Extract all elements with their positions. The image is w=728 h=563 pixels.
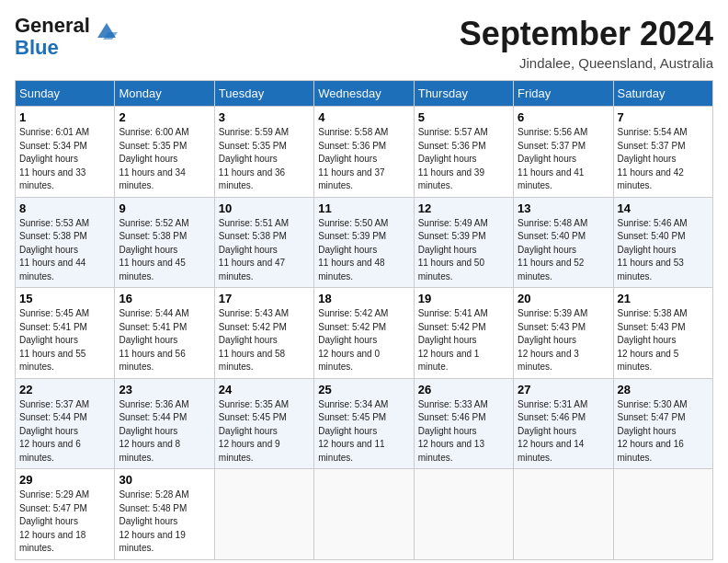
calendar-week-2: 8Sunrise: 5:53 AMSunset: 5:38 PMDaylight… <box>16 197 713 288</box>
day-number: 24 <box>219 383 310 396</box>
calendar-cell <box>314 469 414 560</box>
day-number: 25 <box>318 383 409 396</box>
calendar-cell: 25Sunrise: 5:34 AMSunset: 5:45 PMDayligh… <box>314 378 414 469</box>
calendar-cell: 4Sunrise: 5:58 AMSunset: 5:36 PMDaylight… <box>314 107 414 198</box>
day-number: 1 <box>19 110 110 124</box>
day-number: 12 <box>418 201 509 215</box>
calendar-cell: 6Sunrise: 5:56 AMSunset: 5:37 PMDaylight… <box>514 107 613 198</box>
day-number: 10 <box>219 201 310 215</box>
calendar-cell: 3Sunrise: 5:59 AMSunset: 5:35 PMDaylight… <box>214 107 313 198</box>
calendar-cell: 10Sunrise: 5:51 AMSunset: 5:38 PMDayligh… <box>214 197 313 288</box>
day-number: 28 <box>618 383 709 396</box>
day-number: 11 <box>318 201 409 215</box>
day-number: 2 <box>119 110 210 124</box>
calendar-cell <box>214 469 313 560</box>
day-info: Sunrise: 5:53 AMSunset: 5:38 PMDaylight … <box>19 217 110 284</box>
weekday-header-friday: Friday <box>514 81 613 107</box>
weekday-header-tuesday: Tuesday <box>214 81 313 107</box>
day-info: Sunrise: 5:42 AMSunset: 5:42 PMDaylight … <box>318 307 409 374</box>
day-number: 3 <box>219 110 310 124</box>
calendar-week-1: 1Sunrise: 6:01 AMSunset: 5:34 PMDaylight… <box>16 107 713 198</box>
calendar-cell: 9Sunrise: 5:52 AMSunset: 5:38 PMDaylight… <box>115 197 214 288</box>
day-info: Sunrise: 5:33 AMSunset: 5:46 PMDaylight … <box>418 398 509 465</box>
weekday-header-monday: Monday <box>115 81 214 107</box>
calendar-cell <box>613 469 712 560</box>
calendar-cell: 13Sunrise: 5:48 AMSunset: 5:40 PMDayligh… <box>514 197 613 288</box>
day-info: Sunrise: 5:57 AMSunset: 5:36 PMDaylight … <box>418 126 509 193</box>
calendar-cell: 7Sunrise: 5:54 AMSunset: 5:37 PMDaylight… <box>613 107 712 198</box>
day-info: Sunrise: 5:50 AMSunset: 5:39 PMDaylight … <box>318 217 409 284</box>
day-number: 7 <box>618 110 709 124</box>
day-info: Sunrise: 5:43 AMSunset: 5:42 PMDaylight … <box>219 307 310 374</box>
calendar-cell: 20Sunrise: 5:39 AMSunset: 5:43 PMDayligh… <box>514 288 613 379</box>
calendar-week-4: 22Sunrise: 5:37 AMSunset: 5:44 PMDayligh… <box>16 378 713 469</box>
weekday-header-wednesday: Wednesday <box>314 81 414 107</box>
calendar-cell: 21Sunrise: 5:38 AMSunset: 5:43 PMDayligh… <box>613 288 712 379</box>
calendar-cell: 18Sunrise: 5:42 AMSunset: 5:42 PMDayligh… <box>314 288 414 379</box>
day-info: Sunrise: 5:59 AMSunset: 5:35 PMDaylight … <box>219 126 310 193</box>
day-number: 26 <box>418 383 509 396</box>
day-number: 16 <box>119 292 210 305</box>
logo-icon <box>94 19 119 45</box>
calendar-week-5: 29Sunrise: 5:29 AMSunset: 5:47 PMDayligh… <box>16 469 713 560</box>
day-info: Sunrise: 5:52 AMSunset: 5:38 PMDaylight … <box>119 217 210 284</box>
day-number: 30 <box>119 473 210 487</box>
day-info: Sunrise: 5:39 AMSunset: 5:43 PMDaylight … <box>518 307 609 374</box>
day-number: 13 <box>518 201 609 215</box>
day-number: 4 <box>318 110 409 124</box>
day-info: Sunrise: 5:38 AMSunset: 5:43 PMDaylight … <box>618 307 709 374</box>
day-number: 27 <box>518 383 609 396</box>
calendar-cell: 12Sunrise: 5:49 AMSunset: 5:39 PMDayligh… <box>414 197 513 288</box>
day-number: 15 <box>19 292 110 305</box>
calendar-cell: 30Sunrise: 5:28 AMSunset: 5:48 PMDayligh… <box>115 469 214 560</box>
calendar-cell: 24Sunrise: 5:35 AMSunset: 5:45 PMDayligh… <box>214 378 313 469</box>
month-title: September 2024 <box>460 15 713 53</box>
calendar-cell: 2Sunrise: 6:00 AMSunset: 5:35 PMDaylight… <box>115 107 214 198</box>
day-info: Sunrise: 6:00 AMSunset: 5:35 PMDaylight … <box>119 126 210 193</box>
calendar-cell: 16Sunrise: 5:44 AMSunset: 5:41 PMDayligh… <box>115 288 214 379</box>
calendar-cell <box>414 469 513 560</box>
calendar-cell: 5Sunrise: 5:57 AMSunset: 5:36 PMDaylight… <box>414 107 513 198</box>
day-info: Sunrise: 5:44 AMSunset: 5:41 PMDaylight … <box>119 307 210 374</box>
weekday-header-thursday: Thursday <box>414 81 513 107</box>
calendar-cell: 8Sunrise: 5:53 AMSunset: 5:38 PMDaylight… <box>16 197 115 288</box>
day-info: Sunrise: 5:56 AMSunset: 5:37 PMDaylight … <box>518 126 609 193</box>
title-area: September 2024 Jindalee, Queensland, Aus… <box>460 15 713 71</box>
weekday-header-saturday: Saturday <box>613 81 712 107</box>
calendar-cell: 1Sunrise: 6:01 AMSunset: 5:34 PMDaylight… <box>16 107 115 198</box>
day-number: 19 <box>418 292 509 305</box>
calendar-cell: 11Sunrise: 5:50 AMSunset: 5:39 PMDayligh… <box>314 197 414 288</box>
day-number: 22 <box>19 383 110 396</box>
day-number: 17 <box>219 292 310 305</box>
day-info: Sunrise: 5:51 AMSunset: 5:38 PMDaylight … <box>219 217 310 284</box>
calendar-cell: 17Sunrise: 5:43 AMSunset: 5:42 PMDayligh… <box>214 288 313 379</box>
day-info: Sunrise: 5:35 AMSunset: 5:45 PMDaylight … <box>219 398 310 465</box>
weekday-header-sunday: Sunday <box>16 81 115 107</box>
day-info: Sunrise: 5:54 AMSunset: 5:37 PMDaylight … <box>618 126 709 193</box>
header: GeneralBlue September 2024 Jindalee, Que… <box>15 15 713 71</box>
calendar-cell: 28Sunrise: 5:30 AMSunset: 5:47 PMDayligh… <box>613 378 712 469</box>
day-info: Sunrise: 5:37 AMSunset: 5:44 PMDaylight … <box>19 398 110 465</box>
calendar-cell: 14Sunrise: 5:46 AMSunset: 5:40 PMDayligh… <box>613 197 712 288</box>
calendar-cell: 19Sunrise: 5:41 AMSunset: 5:42 PMDayligh… <box>414 288 513 379</box>
day-info: Sunrise: 5:36 AMSunset: 5:44 PMDaylight … <box>119 398 210 465</box>
calendar-cell: 23Sunrise: 5:36 AMSunset: 5:44 PMDayligh… <box>115 378 214 469</box>
day-info: Sunrise: 5:58 AMSunset: 5:36 PMDaylight … <box>318 126 409 193</box>
day-number: 29 <box>19 473 110 487</box>
day-number: 18 <box>318 292 409 305</box>
logo: GeneralBlue <box>15 15 119 59</box>
day-number: 9 <box>119 201 210 215</box>
day-number: 23 <box>119 383 210 396</box>
weekday-header-row: SundayMondayTuesdayWednesdayThursdayFrid… <box>16 81 713 107</box>
day-number: 6 <box>518 110 609 124</box>
location-title: Jindalee, Queensland, Australia <box>460 55 713 71</box>
logo-text: GeneralBlue <box>15 15 90 59</box>
calendar-week-3: 15Sunrise: 5:45 AMSunset: 5:41 PMDayligh… <box>16 288 713 379</box>
day-number: 14 <box>618 201 709 215</box>
day-number: 5 <box>418 110 509 124</box>
day-info: Sunrise: 5:31 AMSunset: 5:46 PMDaylight … <box>518 398 609 465</box>
day-info: Sunrise: 5:34 AMSunset: 5:45 PMDaylight … <box>318 398 409 465</box>
day-info: Sunrise: 6:01 AMSunset: 5:34 PMDaylight … <box>19 126 110 193</box>
day-info: Sunrise: 5:41 AMSunset: 5:42 PMDaylight … <box>418 307 509 374</box>
calendar-cell: 26Sunrise: 5:33 AMSunset: 5:46 PMDayligh… <box>414 378 513 469</box>
